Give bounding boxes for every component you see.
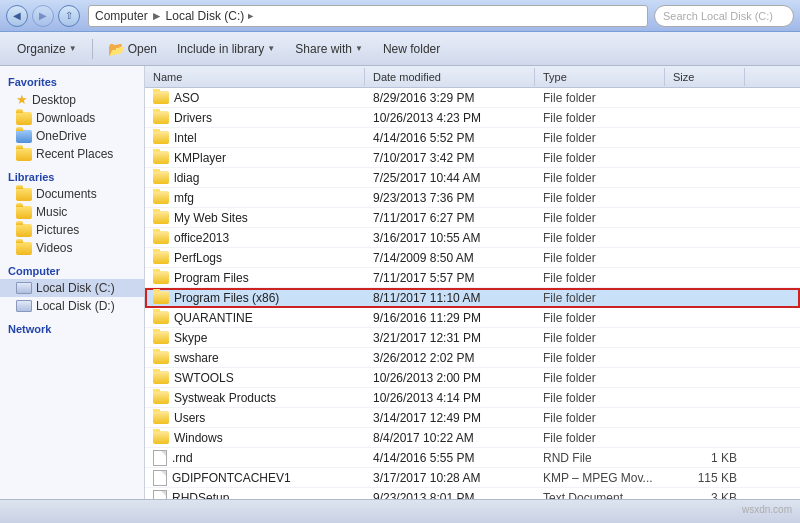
table-row[interactable]: Intel4/14/2016 5:52 PMFile folder — [145, 128, 800, 148]
table-row[interactable]: Skype3/21/2017 12:31 PMFile folder — [145, 328, 800, 348]
file-name: My Web Sites — [174, 211, 248, 225]
table-row[interactable]: .rnd4/14/2016 5:55 PMRND File1 KB — [145, 448, 800, 468]
sidebar-item-local-disk-c[interactable]: Local Disk (C:) — [0, 279, 144, 297]
share-label: Share with — [295, 42, 352, 56]
file-rows: ASO8/29/2016 3:29 PMFile folderDrivers10… — [145, 88, 800, 499]
file-name: Skype — [174, 331, 207, 345]
sidebar-item-music[interactable]: Music — [0, 203, 144, 221]
file-type-cell: File folder — [535, 289, 665, 307]
sidebar-item-pictures[interactable]: Pictures — [0, 221, 144, 239]
folder-icon — [153, 151, 169, 164]
folder-icon — [153, 351, 169, 364]
table-row[interactable]: RHDSetup9/23/2013 8:01 PMText Document3 … — [145, 488, 800, 499]
organize-button[interactable]: Organize ▼ — [8, 38, 86, 60]
search-bar[interactable]: Search Local Disk (C:) — [654, 5, 794, 27]
table-row[interactable]: Program Files7/11/2017 5:57 PMFile folde… — [145, 268, 800, 288]
table-row[interactable]: SWTOOLS10/26/2013 2:00 PMFile folder — [145, 368, 800, 388]
file-date-cell: 9/16/2016 11:29 PM — [365, 309, 535, 327]
col-header-name[interactable]: Name — [145, 68, 365, 86]
col-header-size[interactable]: Size — [665, 68, 745, 86]
table-row[interactable]: QUARANTINE9/16/2016 11:29 PMFile folder — [145, 308, 800, 328]
folder-icon — [153, 271, 169, 284]
table-row[interactable]: office20133/16/2017 10:55 AMFile folder — [145, 228, 800, 248]
col-header-date[interactable]: Date modified — [365, 68, 535, 86]
sidebar-item-local-disk-d[interactable]: Local Disk (D:) — [0, 297, 144, 315]
file-size-cell — [665, 236, 745, 240]
sidebar-item-onedrive[interactable]: OneDrive — [0, 127, 144, 145]
address-bar[interactable]: Computer ► Local Disk (C:) ► — [88, 5, 648, 27]
col-header-type[interactable]: Type — [535, 68, 665, 86]
file-date-cell: 4/14/2016 5:55 PM — [365, 449, 535, 467]
file-type-cell: File folder — [535, 429, 665, 447]
table-row[interactable]: ASO8/29/2016 3:29 PMFile folder — [145, 88, 800, 108]
table-row[interactable]: Drivers10/26/2013 4:23 PMFile folder — [145, 108, 800, 128]
folder-icon — [153, 411, 169, 424]
search-placeholder: Search Local Disk (C:) — [663, 10, 773, 22]
file-size-cell — [665, 216, 745, 220]
address-drive: Local Disk (C:) — [166, 9, 245, 23]
local-disk-c-icon — [16, 282, 32, 294]
file-name-cell: swshare — [145, 349, 365, 367]
folder-icon — [153, 231, 169, 244]
file-name-cell: My Web Sites — [145, 209, 365, 227]
file-type-cell: RND File — [535, 449, 665, 467]
table-row[interactable]: swshare3/26/2012 2:02 PMFile folder — [145, 348, 800, 368]
libraries-header: Libraries — [0, 167, 144, 185]
include-library-button[interactable]: Include in library ▼ — [168, 38, 284, 60]
table-row[interactable]: GDIPFONTCACHEV13/17/2017 10:28 AMKMP – M… — [145, 468, 800, 488]
folder-icon — [153, 211, 169, 224]
file-name-cell: mfg — [145, 189, 365, 207]
file-size-cell — [665, 256, 745, 260]
sidebar-item-label: Recent Places — [36, 147, 113, 161]
title-bar: ◀ ▶ ⇧ Computer ► Local Disk (C:) ► Searc… — [0, 0, 800, 32]
folder-icon — [153, 391, 169, 404]
file-date-cell: 8/29/2016 3:29 PM — [365, 89, 535, 107]
file-name-cell: GDIPFONTCACHEV1 — [145, 468, 365, 488]
folder-icon — [153, 191, 169, 204]
share-dropdown-arrow: ▼ — [355, 44, 363, 53]
table-row[interactable]: mfg9/23/2013 7:36 PMFile folder — [145, 188, 800, 208]
file-name: Users — [174, 411, 205, 425]
table-row[interactable]: PerfLogs7/14/2009 8:50 AMFile folder — [145, 248, 800, 268]
file-icon — [153, 450, 167, 466]
share-with-button[interactable]: Share with ▼ — [286, 38, 372, 60]
file-name-cell: office2013 — [145, 229, 365, 247]
sidebar-item-desktop[interactable]: ★ Desktop — [0, 90, 144, 109]
file-type-cell: File folder — [535, 129, 665, 147]
sidebar-item-recent-places[interactable]: Recent Places — [0, 145, 144, 163]
file-name: ASO — [174, 91, 199, 105]
new-folder-button[interactable]: New folder — [374, 38, 449, 60]
table-row[interactable]: Users3/14/2017 12:49 PMFile folder — [145, 408, 800, 428]
file-size-cell — [665, 336, 745, 340]
file-type-cell: File folder — [535, 349, 665, 367]
file-size-cell — [665, 136, 745, 140]
file-name: ldiag — [174, 171, 199, 185]
table-row[interactable]: Systweak Products10/26/2013 4:14 PMFile … — [145, 388, 800, 408]
table-row[interactable]: Program Files (x86)8/11/2017 11:10 AMFil… — [145, 288, 800, 308]
file-name-cell: Drivers — [145, 109, 365, 127]
file-list-container[interactable]: Name Date modified Type Size ASO8/29/201… — [145, 66, 800, 499]
back-button[interactable]: ◀ — [6, 5, 28, 27]
network-header: Network — [0, 319, 144, 337]
sidebar-item-documents[interactable]: Documents — [0, 185, 144, 203]
favorites-header: Favorites — [0, 72, 144, 90]
file-size-cell: 3 KB — [665, 489, 745, 500]
file-date-cell: 7/25/2017 10:44 AM — [365, 169, 535, 187]
table-row[interactable]: ldiag7/25/2017 10:44 AMFile folder — [145, 168, 800, 188]
file-name: Program Files (x86) — [174, 291, 279, 305]
file-date-cell: 7/11/2017 5:57 PM — [365, 269, 535, 287]
table-row[interactable]: KMPlayer7/10/2017 3:42 PMFile folder — [145, 148, 800, 168]
file-name-cell: Intel — [145, 129, 365, 147]
include-label: Include in library — [177, 42, 264, 56]
file-name: QUARANTINE — [174, 311, 253, 325]
up-button[interactable]: ⇧ — [58, 5, 80, 27]
open-button[interactable]: 📂 Open — [99, 37, 166, 61]
sidebar-item-videos[interactable]: Videos — [0, 239, 144, 257]
sidebar-item-downloads[interactable]: Downloads — [0, 109, 144, 127]
file-name: RHDSetup — [172, 491, 229, 500]
file-date-cell: 3/26/2012 2:02 PM — [365, 349, 535, 367]
table-row[interactable]: Windows8/4/2017 10:22 AMFile folder — [145, 428, 800, 448]
toolbar: Organize ▼ 📂 Open Include in library ▼ S… — [0, 32, 800, 66]
table-row[interactable]: My Web Sites7/11/2017 6:27 PMFile folder — [145, 208, 800, 228]
forward-button[interactable]: ▶ — [32, 5, 54, 27]
